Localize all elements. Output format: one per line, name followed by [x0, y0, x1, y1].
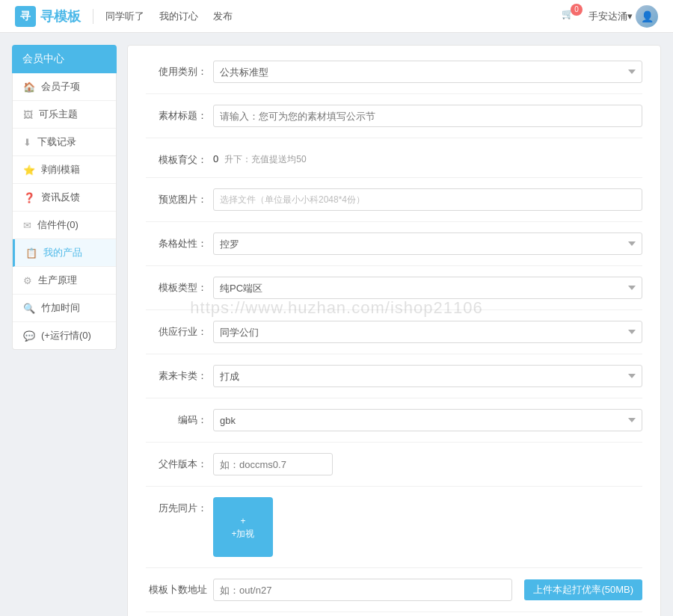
- form-row-title: 素材标题：: [146, 105, 642, 138]
- address-row: 上件本起打优率(50MB): [213, 579, 642, 601]
- user-label: 手安达涌▾: [589, 10, 633, 23]
- add-image-button[interactable]: + +加视: [213, 497, 273, 557]
- logo[interactable]: 寻 寻模板: [15, 6, 81, 27]
- sidebar-item-1[interactable]: 🖼 可乐主题: [13, 101, 116, 129]
- sidebar-item-3[interactable]: ⭐ 剥削模籍: [13, 156, 116, 184]
- image-upload-grid: + +加视: [213, 497, 273, 557]
- parent-version-input[interactable]: [213, 453, 333, 475]
- sidebar-title: 会员中心: [12, 45, 117, 73]
- parent-version-label: 父件版本：: [146, 453, 213, 471]
- form-row-modcount: 模板育父： 0 升下：充值提送均50: [146, 149, 642, 178]
- mail-icon: ✉: [23, 220, 31, 231]
- encoding-select[interactable]: gbk utf-8: [213, 409, 642, 431]
- main-content: 使用类别： 公共标准型 企业型 个人型 素材标题： 模板育父： 0 升下：充值提…: [127, 45, 661, 616]
- sidebar-label-5: 信件件(0): [37, 218, 79, 232]
- sidebar-label-1: 可乐主题: [39, 108, 78, 121]
- sidebar-item-9[interactable]: 💬 (+运行情(0): [13, 322, 116, 349]
- header-nav: 同学听了 我的订心 发布: [105, 10, 233, 23]
- header-right: 🛒 0 手安达涌▾ 👤: [562, 5, 658, 28]
- sidebar-item-2[interactable]: ⬇ 下载记录: [13, 129, 116, 156]
- chat-icon: 💬: [23, 330, 35, 342]
- sidebar-menu: 🏠 会员子项 🖼 可乐主题 ⬇ 下载记录 ⭐ 剥削模籍 ❓ 资讯反馈 ✉ 信件件: [12, 73, 117, 350]
- sidebar-label-9: (+运行情(0): [41, 329, 91, 342]
- sidebar-label-3: 剥削模籍: [41, 163, 80, 176]
- sidebar-label-2: 下载记录: [37, 135, 76, 149]
- preview-upload-area[interactable]: 选择文件（单位最小小科2048*4份）: [213, 188, 642, 211]
- logo-text: 寻模板: [40, 7, 81, 25]
- product-icon: 📋: [25, 247, 37, 259]
- sidebar-item-4[interactable]: ❓ 资讯反馈: [13, 184, 116, 212]
- main-layout: 会员中心 🏠 会员子项 🖼 可乐主题 ⬇ 下载记录 ⭐ 剥削模籍 ❓ 资讯反馈: [0, 33, 673, 616]
- form-row-template-address: 模板卜数地址 上件本起打优率(50MB): [146, 579, 642, 612]
- sidebar-label-6: 我的产品: [43, 246, 82, 259]
- sidebar-label-8: 竹加时间: [41, 301, 80, 315]
- sidebar-item-5[interactable]: ✉ 信件件(0): [13, 212, 116, 239]
- form-row-provider: 供应行业： 同学公们 个人 企业: [146, 321, 642, 354]
- provider-select[interactable]: 同学公们 个人 企业: [213, 321, 642, 343]
- star-icon: ⭐: [23, 164, 35, 176]
- title-label: 素材标题：: [146, 105, 213, 123]
- home-icon: 🏠: [23, 81, 35, 93]
- nav-item-3[interactable]: 发布: [213, 10, 233, 23]
- sidebar-item-8[interactable]: 🔍 竹加时间: [13, 295, 116, 322]
- type-label: 使用类别：: [146, 61, 213, 78]
- download-type-label: 素来卡类：: [146, 365, 213, 383]
- upload-file-button[interactable]: 上件本起打优率(50MB): [524, 579, 642, 600]
- plus-icon: +: [240, 516, 245, 526]
- form-row-template-type: 模板类型： 纯PC端区 移动端 响应式: [146, 277, 642, 310]
- form-row-encoding: 编码： gbk utf-8: [146, 409, 642, 443]
- type-select[interactable]: 公共标准型 企业型 个人型: [213, 61, 642, 83]
- sidebar-label-7: 生产原理: [38, 274, 77, 287]
- title-input[interactable]: [213, 105, 642, 127]
- template-type-select[interactable]: 纯PC端区 移动端 响应式: [213, 277, 642, 299]
- sidebar-item-0[interactable]: 🏠 会员子项: [13, 73, 116, 101]
- template-address-label: 模板卜数地址: [146, 579, 213, 597]
- download-type-select[interactable]: 打成 其他: [213, 365, 642, 387]
- header: 寻 寻模板 同学听了 我的订心 发布 🛒 0 手安达涌▾ 👤: [0, 0, 673, 33]
- category-label: 条格处性：: [146, 232, 213, 250]
- form-row-download-type: 素来卡类： 打成 其他: [146, 365, 642, 398]
- template-type-label: 模板类型：: [146, 277, 213, 295]
- form-row-preview-images: 历先同片： + +加视: [146, 497, 642, 568]
- help-icon: ❓: [23, 192, 35, 203]
- template-icon: 🖼: [23, 109, 33, 120]
- header-divider: [93, 9, 93, 24]
- sidebar-label-4: 资讯反馈: [41, 191, 80, 204]
- category-select[interactable]: 控罗 企业 个人: [213, 232, 642, 255]
- sidebar-label-0: 会员子项: [41, 80, 80, 93]
- form-row-preview: 预览图片： 选择文件（单位最小小科2048*4份）: [146, 188, 642, 222]
- sidebar: 会员中心 🏠 会员子项 🖼 可乐主题 ⬇ 下载记录 ⭐ 剥削模籍 ❓ 资讯反馈: [12, 45, 117, 616]
- form-row-type: 使用类别： 公共标准型 企业型 个人型: [146, 61, 642, 94]
- cart-badge: 0: [571, 4, 583, 16]
- settings-icon: ⚙: [23, 275, 32, 286]
- cart-button[interactable]: 🛒 0: [562, 8, 578, 25]
- preview-images-label: 历先同片：: [146, 497, 213, 515]
- nav-item-1[interactable]: 同学听了: [105, 10, 144, 23]
- template-address-input[interactable]: [213, 579, 512, 601]
- download-icon: ⬇: [23, 137, 31, 148]
- encoding-label: 编码：: [146, 409, 213, 427]
- sidebar-item-7[interactable]: ⚙ 生产原理: [13, 267, 116, 295]
- add-image-label: +加视: [231, 528, 254, 540]
- logo-icon: 寻: [15, 6, 36, 27]
- modcount-label: 模板育父：: [146, 149, 213, 167]
- search-icon: 🔍: [23, 303, 35, 314]
- avatar: 👤: [636, 5, 658, 28]
- provider-label: 供应行业：: [146, 321, 213, 339]
- preview-placeholder: 选择文件（单位最小小科2048*4份）: [220, 194, 365, 206]
- form-row-category: 条格处性： 控罗 企业 个人: [146, 232, 642, 266]
- sidebar-item-6[interactable]: 📋 我的产品: [13, 239, 116, 267]
- preview-label: 预览图片：: [146, 188, 213, 206]
- form-row-parent-version: 父件版本：: [146, 453, 642, 487]
- modcount-hint: 升下：充值提送均50: [224, 149, 306, 166]
- user-menu[interactable]: 手安达涌▾ 👤: [589, 5, 658, 28]
- nav-item-2[interactable]: 我的订心: [159, 10, 198, 23]
- modcount-value: 0: [213, 149, 218, 164]
